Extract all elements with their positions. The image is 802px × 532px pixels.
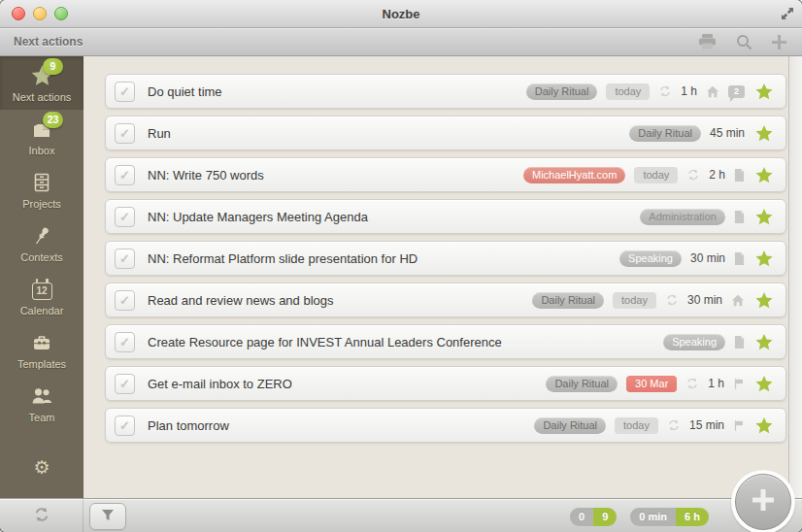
inbox-icon: 23	[27, 116, 56, 142]
sidebar-item-inbox[interactable]: 23 Inbox	[0, 110, 84, 163]
toolbar-title: Next actions	[14, 35, 83, 49]
task-row[interactable]: ✓ NN: Reformat Platform slide presentati…	[105, 241, 786, 276]
due-pill[interactable]: today	[606, 83, 650, 100]
star-icon[interactable]	[754, 208, 774, 226]
toolbar: Next actions	[0, 28, 802, 56]
sync-button[interactable]	[0, 499, 84, 532]
duration-label: 45 min	[710, 126, 745, 140]
task-checkbox[interactable]: ✓	[115, 290, 135, 311]
comment-icon[interactable]: 2	[728, 85, 745, 98]
funnel-icon	[101, 508, 115, 525]
window-title: Nozbe	[0, 7, 802, 21]
project-pill[interactable]: Daily Ritual	[629, 125, 701, 142]
titlebar: Nozbe	[0, 0, 802, 28]
sidebar-item-label: Inbox	[29, 145, 55, 156]
repeat-icon	[667, 418, 681, 432]
duration-label: 1 h	[708, 377, 724, 390]
sidebar-item-label: Templates	[17, 358, 66, 370]
drawers-icon	[27, 170, 56, 195]
task-checkbox[interactable]: ✓	[115, 82, 135, 102]
flag-icon	[733, 419, 745, 432]
task-row[interactable]: ✓ NN: Write 750 words MichaelHyatt.com t…	[105, 157, 786, 192]
task-checkbox[interactable]: ✓	[115, 374, 135, 394]
star-icon[interactable]	[754, 124, 774, 143]
due-pill[interactable]: 30 Mar	[626, 376, 677, 392]
task-row[interactable]: ✓ Run Daily Ritual 45 min	[105, 116, 786, 150]
project-pill[interactable]: Speaking	[663, 334, 725, 350]
due-pill[interactable]: today	[613, 292, 656, 309]
task-checkbox[interactable]: ✓	[115, 207, 135, 227]
checkmark-icon: ✓	[119, 336, 130, 349]
star-icon[interactable]	[754, 83, 774, 101]
task-title: Run	[148, 126, 171, 141]
add-icon[interactable]	[772, 35, 786, 50]
task-title: NN: Update Managers Meeting Agenda	[148, 210, 368, 224]
star-icon[interactable]	[754, 166, 774, 184]
task-title: NN: Reformat Platform slide presentation…	[148, 251, 418, 266]
task-title: Plan tomorrow	[148, 418, 229, 433]
checkmark-icon: ✓	[119, 294, 130, 307]
zoom-button[interactable]	[54, 7, 68, 20]
filter-button[interactable]	[89, 503, 126, 530]
project-pill[interactable]: Daily Ritual	[526, 83, 598, 100]
checkmark-icon: ✓	[119, 378, 130, 390]
due-pill[interactable]: today	[615, 417, 658, 434]
task-row[interactable]: ✓ NN: Update Managers Meeting Agenda Adm…	[105, 199, 786, 234]
task-row[interactable]: ✓ Plan tomorrow Daily Ritual today 15 mi…	[105, 408, 786, 443]
star-icon[interactable]	[754, 416, 774, 435]
star-icon[interactable]	[754, 249, 774, 268]
task-checkbox[interactable]: ✓	[115, 123, 135, 144]
add-task-button[interactable]	[735, 474, 791, 530]
task-checkbox[interactable]: ✓	[115, 332, 135, 352]
repeat-icon	[658, 84, 672, 98]
sidebar-item-next-actions[interactable]: 9 Next actions	[0, 56, 84, 110]
sidebar-item-templates[interactable]: Templates	[0, 323, 84, 377]
team-icon	[27, 383, 56, 409]
duration-label: 30 min	[690, 251, 725, 265]
sidebar-item-team[interactable]: Team	[0, 377, 84, 430]
task-checkbox[interactable]: ✓	[115, 165, 135, 185]
search-icon[interactable]	[736, 34, 752, 50]
sidebar-item-calendar[interactable]: 12 Calendar	[0, 270, 84, 323]
task-row[interactable]: ✓ Create Resource page for INVEST Annual…	[105, 324, 786, 359]
project-pill[interactable]: Daily Ritual	[532, 292, 604, 309]
scrollbar-track[interactable]	[788, 56, 802, 498]
duration-label: 15 min	[689, 418, 724, 432]
due-pill[interactable]: today	[634, 167, 678, 183]
duration-label: 1 h	[681, 84, 697, 98]
calendar-icon: 12	[27, 277, 56, 302]
count-starred-time: 6 h	[676, 508, 709, 526]
task-row[interactable]: ✓ Read and review news and blogs Daily R…	[105, 283, 786, 317]
project-pill[interactable]: MichaelHyatt.com	[523, 167, 625, 183]
count-starred-tasks: 9	[593, 508, 617, 526]
task-row[interactable]: ✓ Do quiet time Daily Ritual today 1 h 2	[105, 74, 786, 109]
close-button[interactable]	[12, 7, 25, 20]
plus-icon	[751, 487, 776, 516]
task-checkbox[interactable]: ✓	[115, 416, 135, 436]
count-all-tasks: 0	[570, 508, 593, 526]
sidebar-item-contexts[interactable]: Contexts	[0, 216, 84, 270]
duration-label: 30 min	[687, 293, 722, 307]
minimize-button[interactable]	[33, 7, 47, 20]
star-icon[interactable]	[754, 291, 774, 310]
star-icon[interactable]	[754, 375, 774, 393]
settings-gear-icon[interactable]: ⚙	[0, 456, 84, 479]
print-icon[interactable]	[698, 34, 717, 50]
project-pill[interactable]: Daily Ritual	[546, 376, 618, 392]
project-pill[interactable]: Speaking	[619, 250, 682, 267]
project-pill[interactable]: Administration	[640, 209, 725, 225]
task-checkbox[interactable]: ✓	[115, 249, 135, 269]
status-bar: 0 9 0 min 6 h	[0, 498, 802, 532]
fullscreen-icon[interactable]	[781, 7, 794, 20]
repeat-icon	[685, 377, 699, 390]
project-pill[interactable]: Daily Ritual	[534, 417, 606, 434]
star-icon: 9	[27, 63, 56, 88]
repeat-icon	[665, 293, 679, 307]
task-list: ✓ Do quiet time Daily Ritual today 1 h 2…	[84, 56, 802, 498]
flag-icon	[733, 378, 745, 390]
calendar-day-label: 12	[33, 283, 51, 298]
sidebar-item-projects[interactable]: Projects	[0, 163, 84, 216]
note-icon	[734, 252, 745, 265]
task-row[interactable]: ✓ Get e-mail inbox to ZERO Daily Ritual …	[105, 366, 786, 401]
star-icon[interactable]	[754, 333, 774, 351]
